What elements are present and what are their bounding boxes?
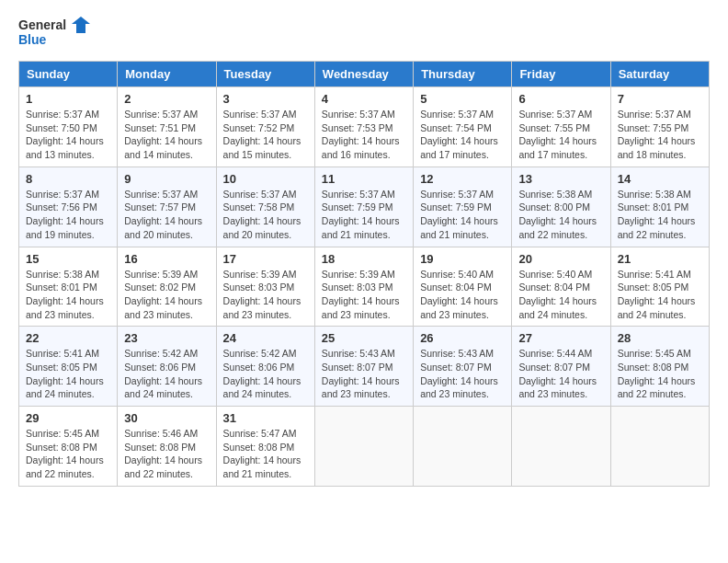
calendar-day-cell: 15Sunrise: 5:38 AM Sunset: 8:01 PM Dayli… (19, 247, 118, 327)
day-info: Sunrise: 5:43 AM Sunset: 8:07 PM Dayligh… (322, 347, 406, 401)
day-info: Sunrise: 5:37 AM Sunset: 7:55 PM Dayligh… (618, 108, 702, 162)
day-number: 4 (322, 92, 406, 106)
calendar-body: 1Sunrise: 5:37 AM Sunset: 7:50 PM Daylig… (19, 87, 710, 487)
day-number: 11 (322, 172, 406, 186)
calendar-day-cell: 13Sunrise: 5:38 AM Sunset: 8:00 PM Dayli… (512, 167, 610, 247)
calendar-day-cell: 30Sunrise: 5:46 AM Sunset: 8:08 PM Dayli… (118, 407, 216, 487)
day-info: Sunrise: 5:45 AM Sunset: 8:08 PM Dayligh… (26, 427, 110, 481)
day-info: Sunrise: 5:37 AM Sunset: 7:58 PM Dayligh… (223, 188, 308, 242)
logo: General Blue (18, 15, 92, 53)
day-info: Sunrise: 5:37 AM Sunset: 7:50 PM Dayligh… (26, 108, 110, 162)
calendar-day-cell: 28Sunrise: 5:45 AM Sunset: 8:08 PM Dayli… (610, 327, 709, 407)
calendar-day-cell: 5Sunrise: 5:37 AM Sunset: 7:54 PM Daylig… (414, 87, 512, 167)
day-number: 1 (26, 92, 110, 106)
calendar-day-cell: 20Sunrise: 5:40 AM Sunset: 8:04 PM Dayli… (512, 247, 610, 327)
calendar-day-cell: 9Sunrise: 5:37 AM Sunset: 7:57 PM Daylig… (118, 167, 216, 247)
page-header: General Blue (18, 15, 710, 53)
day-number: 14 (618, 172, 702, 186)
weekday-header-cell: Thursday (414, 62, 512, 87)
day-number: 19 (420, 252, 505, 266)
day-number: 24 (223, 331, 308, 345)
weekday-header-cell: Tuesday (216, 62, 314, 87)
day-number: 25 (322, 331, 406, 345)
calendar-day-cell (512, 407, 610, 487)
weekday-header-row: SundayMondayTuesdayWednesdayThursdayFrid… (19, 62, 710, 87)
calendar-day-cell: 4Sunrise: 5:37 AM Sunset: 7:53 PM Daylig… (314, 87, 413, 167)
day-info: Sunrise: 5:44 AM Sunset: 8:07 PM Dayligh… (518, 347, 603, 401)
day-number: 22 (26, 331, 110, 345)
day-info: Sunrise: 5:39 AM Sunset: 8:03 PM Dayligh… (223, 268, 308, 322)
calendar-day-cell: 31Sunrise: 5:47 AM Sunset: 8:08 PM Dayli… (216, 407, 314, 487)
calendar-day-cell: 22Sunrise: 5:41 AM Sunset: 8:05 PM Dayli… (19, 327, 118, 407)
calendar-day-cell: 1Sunrise: 5:37 AM Sunset: 7:50 PM Daylig… (19, 87, 118, 167)
day-info: Sunrise: 5:40 AM Sunset: 8:04 PM Dayligh… (518, 268, 603, 322)
day-info: Sunrise: 5:37 AM Sunset: 7:52 PM Dayligh… (223, 108, 308, 162)
calendar-day-cell: 29Sunrise: 5:45 AM Sunset: 8:08 PM Dayli… (19, 407, 118, 487)
day-info: Sunrise: 5:37 AM Sunset: 7:59 PM Dayligh… (420, 188, 505, 242)
calendar-day-cell: 16Sunrise: 5:39 AM Sunset: 8:02 PM Dayli… (118, 247, 216, 327)
day-number: 7 (618, 92, 702, 106)
day-info: Sunrise: 5:47 AM Sunset: 8:08 PM Dayligh… (223, 427, 308, 481)
day-number: 8 (26, 172, 110, 186)
calendar-day-cell: 14Sunrise: 5:38 AM Sunset: 8:01 PM Dayli… (610, 167, 709, 247)
day-number: 29 (26, 411, 110, 425)
day-info: Sunrise: 5:41 AM Sunset: 8:05 PM Dayligh… (618, 268, 702, 322)
day-number: 9 (124, 172, 209, 186)
day-info: Sunrise: 5:38 AM Sunset: 8:00 PM Dayligh… (518, 188, 603, 242)
day-info: Sunrise: 5:37 AM Sunset: 7:54 PM Dayligh… (420, 108, 505, 162)
day-number: 17 (223, 252, 308, 266)
calendar-day-cell: 23Sunrise: 5:42 AM Sunset: 8:06 PM Dayli… (118, 327, 216, 407)
calendar-day-cell: 24Sunrise: 5:42 AM Sunset: 8:06 PM Dayli… (216, 327, 314, 407)
day-number: 16 (124, 252, 209, 266)
day-info: Sunrise: 5:39 AM Sunset: 8:02 PM Dayligh… (124, 268, 209, 322)
day-info: Sunrise: 5:40 AM Sunset: 8:04 PM Dayligh… (420, 268, 505, 322)
day-info: Sunrise: 5:41 AM Sunset: 8:05 PM Dayligh… (26, 347, 110, 401)
calendar-day-cell: 8Sunrise: 5:37 AM Sunset: 7:56 PM Daylig… (19, 167, 118, 247)
calendar-day-cell: 2Sunrise: 5:37 AM Sunset: 7:51 PM Daylig… (118, 87, 216, 167)
calendar-day-cell: 26Sunrise: 5:43 AM Sunset: 8:07 PM Dayli… (414, 327, 512, 407)
day-info: Sunrise: 5:37 AM Sunset: 7:53 PM Dayligh… (322, 108, 406, 162)
calendar-day-cell (414, 407, 512, 487)
day-number: 21 (618, 252, 702, 266)
day-number: 27 (518, 331, 603, 345)
calendar-day-cell: 27Sunrise: 5:44 AM Sunset: 8:07 PM Dayli… (512, 327, 610, 407)
day-number: 23 (124, 331, 209, 345)
logo-svg: General Blue (18, 15, 92, 53)
calendar-day-cell: 19Sunrise: 5:40 AM Sunset: 8:04 PM Dayli… (414, 247, 512, 327)
weekday-header-cell: Monday (118, 62, 216, 87)
day-number: 31 (223, 411, 308, 425)
calendar-day-cell: 21Sunrise: 5:41 AM Sunset: 8:05 PM Dayli… (610, 247, 709, 327)
calendar-week-row: 22Sunrise: 5:41 AM Sunset: 8:05 PM Dayli… (19, 327, 710, 407)
calendar-day-cell: 25Sunrise: 5:43 AM Sunset: 8:07 PM Dayli… (314, 327, 413, 407)
day-info: Sunrise: 5:43 AM Sunset: 8:07 PM Dayligh… (420, 347, 505, 401)
day-info: Sunrise: 5:37 AM Sunset: 7:51 PM Dayligh… (124, 108, 209, 162)
day-number: 2 (124, 92, 209, 106)
day-info: Sunrise: 5:38 AM Sunset: 8:01 PM Dayligh… (26, 268, 110, 322)
calendar-day-cell: 12Sunrise: 5:37 AM Sunset: 7:59 PM Dayli… (414, 167, 512, 247)
calendar-day-cell (314, 407, 413, 487)
calendar-week-row: 1Sunrise: 5:37 AM Sunset: 7:50 PM Daylig… (19, 87, 710, 167)
day-info: Sunrise: 5:42 AM Sunset: 8:06 PM Dayligh… (124, 347, 209, 401)
day-number: 26 (420, 331, 505, 345)
calendar-day-cell: 3Sunrise: 5:37 AM Sunset: 7:52 PM Daylig… (216, 87, 314, 167)
calendar-day-cell: 10Sunrise: 5:37 AM Sunset: 7:58 PM Dayli… (216, 167, 314, 247)
calendar-day-cell: 7Sunrise: 5:37 AM Sunset: 7:55 PM Daylig… (610, 87, 709, 167)
calendar-day-cell: 18Sunrise: 5:39 AM Sunset: 8:03 PM Dayli… (314, 247, 413, 327)
calendar-day-cell: 17Sunrise: 5:39 AM Sunset: 8:03 PM Dayli… (216, 247, 314, 327)
calendar-day-cell: 6Sunrise: 5:37 AM Sunset: 7:55 PM Daylig… (512, 87, 610, 167)
day-number: 6 (518, 92, 603, 106)
svg-text:General: General (18, 17, 66, 32)
day-number: 12 (420, 172, 505, 186)
day-info: Sunrise: 5:37 AM Sunset: 7:55 PM Dayligh… (518, 108, 603, 162)
svg-marker-2 (72, 17, 90, 33)
day-number: 5 (420, 92, 505, 106)
day-number: 10 (223, 172, 308, 186)
day-number: 3 (223, 92, 308, 106)
day-info: Sunrise: 5:46 AM Sunset: 8:08 PM Dayligh… (124, 427, 209, 481)
calendar-week-row: 15Sunrise: 5:38 AM Sunset: 8:01 PM Dayli… (19, 247, 710, 327)
calendar-day-cell: 11Sunrise: 5:37 AM Sunset: 7:59 PM Dayli… (314, 167, 413, 247)
weekday-header-cell: Saturday (610, 62, 709, 87)
day-number: 20 (518, 252, 603, 266)
day-number: 13 (518, 172, 603, 186)
calendar-day-cell (610, 407, 709, 487)
